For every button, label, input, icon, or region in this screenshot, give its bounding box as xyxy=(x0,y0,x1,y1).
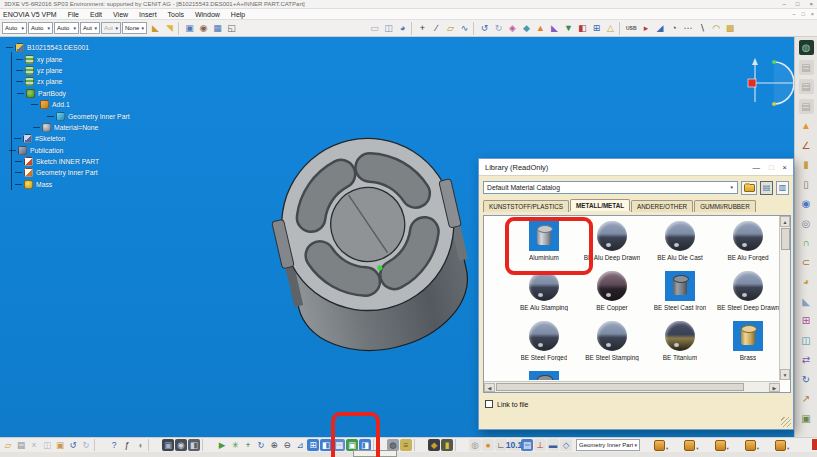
dialog-minimize-button[interactable]: — xyxy=(753,163,761,172)
material-item[interactable]: BE Alu Die Cast xyxy=(646,218,714,268)
shaft-icon[interactable]: ◉ xyxy=(799,196,814,211)
dialog-close-button[interactable]: × xyxy=(783,163,787,172)
material-thumbnail[interactable] xyxy=(597,221,627,251)
horizontal-scroll-thumb[interactable] xyxy=(496,383,744,391)
catalog-tab[interactable]: KUNSTSTOFF/PLASTICS xyxy=(483,200,569,212)
material-thumbnail[interactable] xyxy=(529,371,559,380)
multi-view-icon[interactable]: ⊞ xyxy=(307,439,319,451)
menu-item[interactable]: View xyxy=(113,11,128,18)
grid-icon[interactable]: ▦ xyxy=(211,22,224,35)
material-catalog-icon[interactable]: ≡ xyxy=(400,439,412,451)
toolbar-combo[interactable]: Auto ▼ xyxy=(28,22,53,34)
line-icon[interactable]: ∕ xyxy=(430,22,443,35)
link-manager-icon[interactable]: ◎ xyxy=(469,439,481,451)
menu-item[interactable]: Window xyxy=(195,11,220,18)
tree-node[interactable]: #Skeleton xyxy=(4,133,130,144)
material-thumbnail[interactable] xyxy=(733,271,763,301)
slot-icon[interactable]: ⊂ xyxy=(799,255,814,270)
pattern-tool-icon[interactable]: ⊞ xyxy=(590,22,603,35)
undo-icon[interactable]: ↺ xyxy=(478,22,491,35)
active-body-combo[interactable]: Geometry Inner Part ▼ xyxy=(576,439,640,451)
rotate-feature-icon[interactable]: ↻ xyxy=(799,372,814,387)
pan-icon[interactable]: + xyxy=(242,439,254,451)
ruler-icon[interactable]: ▬ xyxy=(547,439,559,451)
toolbar-separator[interactable] xyxy=(619,22,622,35)
material-thumbnail[interactable] xyxy=(597,321,627,351)
toolbar-separator[interactable] xyxy=(94,439,106,451)
material-item[interactable]: BE Titanium xyxy=(646,318,714,368)
reframe-icon[interactable]: ◱ xyxy=(225,22,238,35)
disabled-tool-icon-2[interactable]: ▤ xyxy=(799,79,814,94)
material-thumbnail[interactable] xyxy=(733,221,763,251)
menu-item[interactable]: ENOVIA V5 VPM xyxy=(3,11,57,18)
catalog-tab[interactable]: ANDERE/OTHER xyxy=(631,200,693,212)
dialog-title-bar[interactable]: Library (ReadOnly) — □ × xyxy=(479,159,793,176)
scale-icon[interactable]: ↗ xyxy=(799,391,814,406)
pattern-icon[interactable]: ⊞ xyxy=(799,313,814,328)
thickness-icon[interactable]: ▣ xyxy=(799,411,814,426)
horizontal-scrollbar[interactable]: ◀ ▶ xyxy=(484,381,780,392)
material-item[interactable]: BE Steel Forged xyxy=(510,318,578,368)
catalog-select[interactable]: Default Material Catalog ▼ xyxy=(483,181,738,194)
toolbar-combo[interactable]: Aut ▼ xyxy=(101,22,121,34)
tree-node[interactable]: PartBody xyxy=(4,88,130,99)
compass-origin-handle[interactable] xyxy=(748,79,756,87)
sphere-render-icon[interactable]: ◉ xyxy=(175,439,187,451)
mirror-icon[interactable]: ◫ xyxy=(799,333,814,348)
toolbar-combo[interactable]: None ▼ xyxy=(122,22,147,34)
menu-item[interactable]: Help xyxy=(231,11,245,18)
normal-view-icon[interactable]: ⊿ xyxy=(294,439,306,451)
catalog-tab[interactable]: GUMMI/RUBBER xyxy=(694,200,756,212)
tree-node[interactable]: Sketch INNER PART xyxy=(4,156,130,167)
workbench-icon[interactable]: ◍ xyxy=(799,40,814,55)
icon-view-button[interactable]: ▤ xyxy=(760,181,773,195)
zoom-out-icon[interactable]: ⊖ xyxy=(281,439,293,451)
point-icon[interactable]: + xyxy=(416,22,429,35)
paste-icon[interactable]: ▣ xyxy=(54,439,66,451)
copy-icon[interactable]: ◫ xyxy=(41,439,53,451)
toolbar-separator[interactable] xyxy=(178,22,181,35)
tree-node[interactable]: Material=None xyxy=(4,122,130,133)
render-style-icon[interactable]: ◧ xyxy=(188,439,200,451)
dialog-resize-grip[interactable] xyxy=(781,417,791,427)
tile-window-icon[interactable]: ◫ xyxy=(382,22,395,35)
wireframe-view-icon[interactable]: ▦ xyxy=(333,439,345,451)
toolbar-separator[interactable] xyxy=(411,22,414,35)
scroll-up-button[interactable]: ▲ xyxy=(780,216,790,227)
iso-view-icon[interactable]: ◧ xyxy=(320,439,332,451)
window-maximize-button[interactable]: □ xyxy=(796,0,800,9)
open-icon[interactable]: ▱ xyxy=(2,439,14,451)
prism-tool-icon[interactable]: △ xyxy=(604,22,617,35)
browse-catalog-button[interactable] xyxy=(741,181,757,195)
material-thumbnail[interactable] xyxy=(733,321,763,351)
toolbar-separator[interactable] xyxy=(414,439,426,451)
material-thumbnail[interactable] xyxy=(529,321,559,351)
redo-icon[interactable]: ↻ xyxy=(80,439,92,451)
pad-icon[interactable]: ▮ xyxy=(799,157,814,172)
plane-icon[interactable]: ▱ xyxy=(444,22,457,35)
material-catalog-shortcut-2[interactable]: ▾ xyxy=(684,440,698,451)
material-painter-icon[interactable]: ◥ xyxy=(163,22,176,35)
checkered-icon[interactable]: ▩ xyxy=(724,22,737,35)
undo-icon[interactable]: ↺ xyxy=(67,439,79,451)
material-item[interactable]: BE Alu Deep Drawn xyxy=(578,218,646,268)
knowledge-icon[interactable]: ◆ xyxy=(428,439,440,451)
exchange-icon[interactable]: ◇ xyxy=(560,439,572,451)
new-window-icon[interactable]: ▭ xyxy=(368,22,381,35)
material-item[interactable]: Brass xyxy=(714,318,780,368)
tree-node[interactable]: Geometry Inner Part xyxy=(4,110,130,121)
scroll-right-button[interactable]: ▶ xyxy=(769,383,780,392)
ellipsis-icon[interactable]: ⋯ xyxy=(682,22,695,35)
toolbar-combo[interactable]: Auto ▼ xyxy=(54,22,79,34)
toolbar-spacer[interactable] xyxy=(239,22,367,35)
toolbar-separator[interactable] xyxy=(148,439,160,451)
material-thumbnail[interactable] xyxy=(665,321,695,351)
scroll-left-button[interactable]: ◀ xyxy=(484,383,495,392)
material-thumbnail[interactable] xyxy=(597,271,627,301)
material-item[interactable]: Aluminium xyxy=(510,218,578,268)
diagonal-line-icon[interactable]: ∖ xyxy=(696,22,709,35)
orange-ball-icon[interactable]: ● xyxy=(482,439,494,451)
zoom-in-icon[interactable]: ⊕ xyxy=(268,439,280,451)
camera-icon[interactable]: ▣ xyxy=(183,22,196,35)
gauge-tool-icon[interactable]: ◔ xyxy=(668,22,681,35)
